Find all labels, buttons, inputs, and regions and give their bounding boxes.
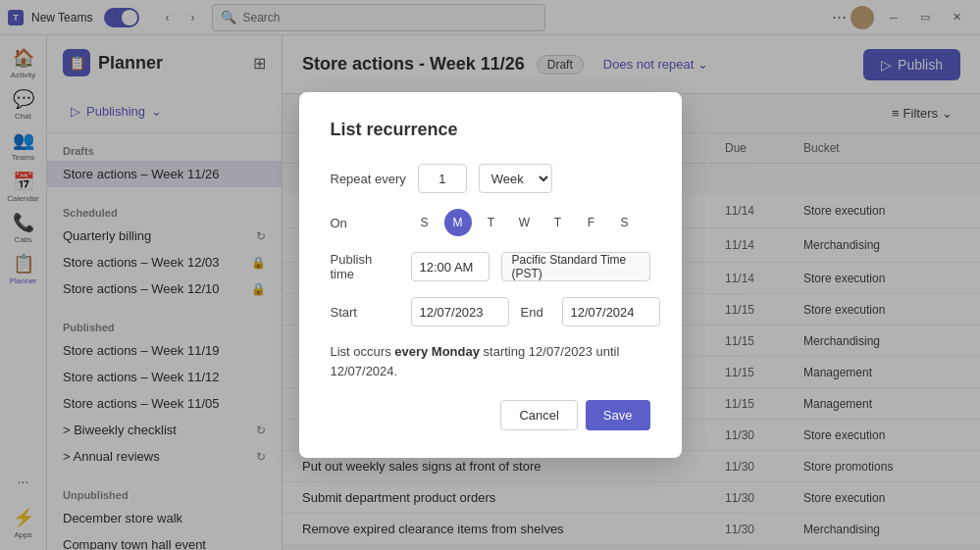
- timezone-label: Pacific Standard Time (PST): [512, 253, 640, 280]
- day-selector: S M T W T F S: [411, 209, 639, 236]
- modal-title: List recurrence: [331, 120, 650, 140]
- cancel-button[interactable]: Cancel: [500, 400, 577, 430]
- day-fri[interactable]: F: [578, 209, 605, 236]
- timezone-display[interactable]: Pacific Standard Time (PST): [501, 252, 650, 281]
- day-sat[interactable]: S: [611, 209, 639, 236]
- repeat-label: Repeat every: [331, 172, 406, 186]
- recurrence-summary: List occurs every Monday starting 12/07/…: [331, 342, 650, 380]
- day-wed[interactable]: W: [511, 209, 539, 236]
- days-row: On S M T W T F S: [331, 209, 650, 236]
- on-label: On: [331, 216, 399, 230]
- day-tue[interactable]: T: [478, 209, 505, 236]
- repeat-row: Repeat every Week Day Month: [331, 164, 650, 193]
- day-thu[interactable]: T: [544, 209, 572, 236]
- save-button[interactable]: Save: [586, 400, 650, 430]
- recurrence-modal: List recurrence Repeat every Week Day Mo…: [299, 92, 682, 458]
- end-label: End: [521, 305, 550, 320]
- end-date-input[interactable]: [562, 297, 660, 326]
- start-end-row: Start End: [331, 297, 650, 326]
- modal-actions: Cancel Save: [331, 400, 650, 430]
- modal-overlay: List recurrence Repeat every Week Day Mo…: [0, 0, 980, 550]
- start-label: Start: [331, 305, 399, 320]
- publish-time-label: Publish time: [331, 252, 399, 281]
- start-date-input[interactable]: [411, 297, 509, 326]
- day-mon[interactable]: M: [444, 209, 472, 236]
- repeat-value-input[interactable]: [418, 164, 467, 193]
- time-input[interactable]: [411, 252, 490, 281]
- summary-bold: every Monday: [394, 344, 480, 359]
- day-sun[interactable]: S: [411, 209, 438, 236]
- publish-time-row: Publish time Pacific Standard Time (PST): [331, 252, 650, 281]
- repeat-unit-select[interactable]: Week Day Month: [479, 164, 552, 193]
